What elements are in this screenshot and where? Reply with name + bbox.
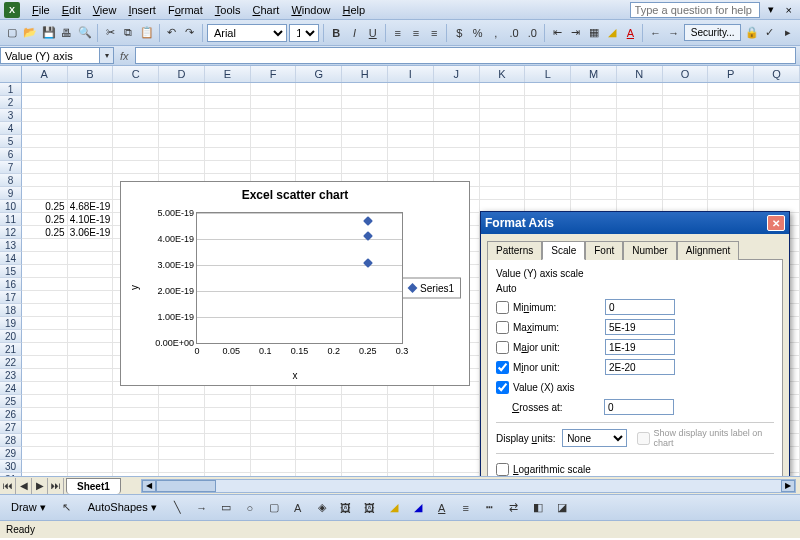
col-header[interactable]: Q — [754, 66, 800, 82]
italic-icon[interactable]: I — [346, 23, 362, 43]
cell[interactable] — [525, 187, 571, 200]
draw-menu[interactable]: Draw ▾ — [4, 498, 53, 517]
cell[interactable] — [113, 447, 159, 460]
cell[interactable] — [617, 109, 663, 122]
cell[interactable] — [296, 109, 342, 122]
row-header[interactable]: 22 — [0, 356, 22, 369]
cell[interactable] — [342, 96, 388, 109]
cell[interactable] — [68, 356, 114, 369]
cell[interactable] — [205, 395, 251, 408]
cell[interactable] — [159, 395, 205, 408]
row-header[interactable]: 9 — [0, 187, 22, 200]
cell[interactable] — [113, 460, 159, 473]
3d-icon[interactable]: ◪ — [552, 498, 572, 518]
cell[interactable] — [434, 161, 480, 174]
shadow-icon[interactable]: ◧ — [528, 498, 548, 518]
cell[interactable] — [617, 96, 663, 109]
cell[interactable] — [22, 421, 68, 434]
row-header[interactable]: 16 — [0, 278, 22, 291]
cell[interactable] — [434, 473, 480, 476]
cell[interactable] — [22, 330, 68, 343]
cell[interactable] — [205, 109, 251, 122]
col-header[interactable]: L — [525, 66, 571, 82]
scroll-left-icon[interactable]: ◀ — [142, 480, 156, 492]
forward-icon[interactable]: → — [666, 23, 682, 43]
bold-icon[interactable]: B — [328, 23, 344, 43]
cell[interactable] — [68, 109, 114, 122]
minor-unit-input[interactable] — [605, 359, 675, 375]
cell[interactable] — [22, 109, 68, 122]
cell[interactable] — [617, 174, 663, 187]
menu-edit[interactable]: Edit — [56, 2, 87, 18]
cell[interactable] — [159, 408, 205, 421]
cell[interactable] — [708, 122, 754, 135]
fill-color-icon[interactable]: ◢ — [604, 23, 620, 43]
cell[interactable]: 3.06E-19 — [68, 226, 114, 239]
cell[interactable] — [205, 408, 251, 421]
cell[interactable] — [342, 135, 388, 148]
arrow-icon[interactable]: → — [192, 498, 212, 518]
cell[interactable] — [68, 473, 114, 476]
tab-font[interactable]: Font — [585, 241, 623, 260]
cell[interactable] — [251, 122, 297, 135]
cell[interactable] — [708, 161, 754, 174]
trust-icon[interactable]: ✓ — [762, 23, 778, 43]
cell[interactable] — [296, 135, 342, 148]
cell[interactable] — [708, 187, 754, 200]
cell[interactable] — [708, 135, 754, 148]
font-color-draw-icon[interactable]: A — [432, 498, 452, 518]
line-icon[interactable]: ╲ — [168, 498, 188, 518]
cell[interactable] — [388, 122, 434, 135]
cell[interactable] — [754, 174, 800, 187]
borders-icon[interactable]: ▦ — [586, 23, 602, 43]
row-header[interactable]: 29 — [0, 447, 22, 460]
redo-icon[interactable]: ↷ — [182, 23, 198, 43]
cell[interactable] — [754, 135, 800, 148]
cell[interactable] — [68, 421, 114, 434]
cell[interactable]: 4.68E-19 — [68, 200, 114, 213]
cell[interactable] — [22, 135, 68, 148]
cell[interactable] — [525, 122, 571, 135]
cell[interactable] — [22, 265, 68, 278]
cell[interactable] — [113, 148, 159, 161]
menu-format[interactable]: Format — [162, 2, 209, 18]
cell[interactable] — [22, 304, 68, 317]
cell[interactable] — [754, 148, 800, 161]
cell[interactable] — [68, 369, 114, 382]
name-box-dropdown-icon[interactable]: ▾ — [100, 47, 114, 64]
cell[interactable] — [342, 421, 388, 434]
cell[interactable] — [251, 447, 297, 460]
row-header[interactable]: 24 — [0, 382, 22, 395]
row-header[interactable]: 12 — [0, 226, 22, 239]
cell[interactable] — [434, 96, 480, 109]
cell[interactable] — [342, 460, 388, 473]
cell[interactable] — [113, 122, 159, 135]
save-icon[interactable]: 💾 — [41, 23, 57, 43]
rectangle-icon[interactable]: ▭ — [216, 498, 236, 518]
menubar-close-icon[interactable]: × — [782, 4, 796, 16]
cell[interactable] — [22, 83, 68, 96]
cell[interactable] — [159, 109, 205, 122]
col-header[interactable]: K — [480, 66, 526, 82]
cell[interactable] — [68, 265, 114, 278]
cell[interactable] — [663, 96, 709, 109]
cell[interactable] — [525, 83, 571, 96]
cell[interactable] — [296, 122, 342, 135]
wordart-icon[interactable]: A — [288, 498, 308, 518]
cell[interactable] — [480, 174, 526, 187]
chart-x-axis-label[interactable]: x — [127, 370, 463, 381]
cell[interactable] — [434, 148, 480, 161]
increase-indent-icon[interactable]: ⇥ — [567, 23, 583, 43]
cell[interactable] — [68, 434, 114, 447]
cell[interactable] — [113, 421, 159, 434]
currency-icon[interactable]: $ — [451, 23, 467, 43]
undo-icon[interactable]: ↶ — [164, 23, 180, 43]
cut-icon[interactable]: ✂ — [102, 23, 118, 43]
cell[interactable] — [205, 473, 251, 476]
cell[interactable] — [113, 161, 159, 174]
menu-file[interactable]: File — [26, 2, 56, 18]
cell[interactable] — [525, 161, 571, 174]
data-point[interactable] — [363, 216, 373, 226]
cell[interactable] — [22, 161, 68, 174]
cell[interactable] — [205, 447, 251, 460]
